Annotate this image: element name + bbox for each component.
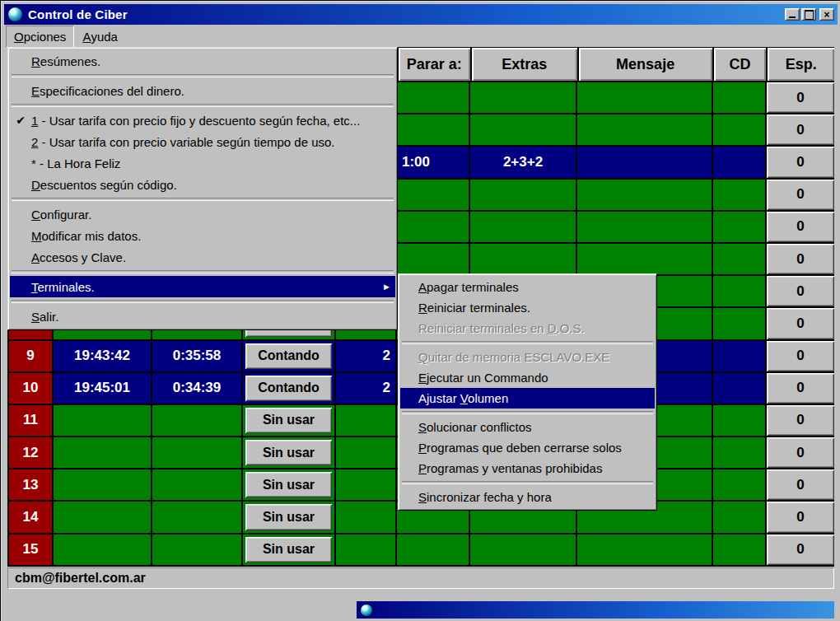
esp-button[interactable]: 0 xyxy=(767,373,834,404)
esp-button[interactable]: 0 xyxy=(767,180,834,210)
cd-cell xyxy=(713,405,767,436)
remaining-cell xyxy=(152,502,243,532)
menu-item-salir[interactable]: Salir. xyxy=(10,306,395,327)
status-button[interactable]: Sin usar xyxy=(245,504,332,530)
extras-cell xyxy=(470,244,577,274)
esp-cell: 0 xyxy=(767,244,834,274)
esp-cell: 0 xyxy=(767,437,834,468)
remaining-cell xyxy=(152,405,243,436)
status-cell: Sin usar xyxy=(243,535,336,565)
menu-item-programas-cerrarse[interactable]: Programas que deben cerrarse solos xyxy=(400,437,655,458)
window-controls: × xyxy=(785,8,834,21)
time-cell xyxy=(54,405,152,436)
esp-button[interactable]: 0 xyxy=(767,82,834,113)
esp-button[interactable]: 0 xyxy=(767,437,834,468)
menu-separator xyxy=(400,339,655,347)
menu-item-terminales[interactable]: Terminales. ► xyxy=(10,276,395,297)
cd-cell xyxy=(713,276,767,306)
esp-cell: 0 xyxy=(767,535,834,565)
menu-item-ajustar-volumen[interactable]: Ajustar Volumen xyxy=(400,388,655,409)
mensaje-cell xyxy=(577,114,713,145)
terminal-number: 14 xyxy=(9,502,54,532)
esp-button[interactable]: 0 xyxy=(767,212,834,242)
cd-cell xyxy=(713,308,767,339)
maximize-button[interactable] xyxy=(801,8,816,21)
parar-cell xyxy=(397,114,470,145)
minimized-window-bar[interactable] xyxy=(357,601,834,619)
menu-item-solucionar-conflictos[interactable]: Solucionar conflictos xyxy=(400,417,655,437)
esp-button[interactable]: 0 xyxy=(767,405,834,436)
close-button[interactable]: × xyxy=(819,8,834,21)
time-cell xyxy=(54,469,152,500)
esp-cell: 0 xyxy=(767,212,834,242)
esp-cell: 0 xyxy=(767,405,834,436)
parar-cell xyxy=(397,535,470,565)
status-button[interactable]: Sin usar xyxy=(245,472,332,497)
status-cell: Contando xyxy=(243,373,336,404)
status-button[interactable]: Contando xyxy=(245,376,332,401)
esp-button[interactable]: 0 xyxy=(767,341,834,371)
esp-button[interactable]: 0 xyxy=(767,502,834,532)
pay-cell xyxy=(336,469,397,500)
cd-cell xyxy=(713,180,767,210)
mensaje-cell xyxy=(577,244,713,274)
time-cell: 19:43:42 xyxy=(54,341,152,371)
menubar-item-ayuda[interactable]: Ayuda xyxy=(74,26,126,48)
status-cell: Sin usar xyxy=(243,469,336,500)
cd-cell xyxy=(713,212,767,242)
esp-button[interactable]: 0 xyxy=(767,308,834,339)
time-cell xyxy=(54,502,152,532)
menu-item-accesos-clave[interactable]: Accesos y Clave. xyxy=(10,246,395,268)
esp-cell: 0 xyxy=(767,502,834,532)
status-cell: Sin usar xyxy=(243,437,336,468)
menu-item-reiniciar-terminales[interactable]: Reiniciar terminales. xyxy=(400,297,655,318)
status-button[interactable]: Sin usar xyxy=(245,440,332,465)
menu-item-tarifa-fija[interactable]: ✔ 1 - Usar tarifa con precio fijo y desc… xyxy=(10,110,395,131)
esp-cell: 0 xyxy=(767,373,834,404)
esp-button[interactable]: 0 xyxy=(767,114,834,145)
parar-cell: 1:00 xyxy=(397,147,470,177)
menu-item-tarifa-variable[interactable]: 2 - Usar tarifa con precio variable segú… xyxy=(10,131,395,152)
status-button[interactable]: Sin usar xyxy=(245,408,332,433)
esp-button[interactable]: 0 xyxy=(767,147,834,177)
cd-cell xyxy=(713,114,767,145)
terminal-number: 13 xyxy=(9,469,54,500)
esp-button[interactable]: 0 xyxy=(767,535,834,565)
status-cell: Sin usar xyxy=(243,405,336,436)
menu-item-programas-prohibidas[interactable]: Programas y ventanas prohibidas xyxy=(400,458,655,479)
maximize-icon xyxy=(805,10,814,20)
menu-item-especificaciones[interactable]: Especificaciones del dinero. xyxy=(10,80,395,101)
menu-item-apagar-terminales[interactable]: Apagar terminales xyxy=(400,277,655,297)
menu-item-modificar-datos[interactable]: Modificar mis datos. xyxy=(10,225,395,246)
esp-button[interactable]: 0 xyxy=(767,469,834,500)
pay-cell xyxy=(336,437,397,468)
menu-item-ejecutar-comando[interactable]: Ejecutar un Commando xyxy=(400,367,655,388)
menu-item-reiniciar-dos: Reiniciar terminales en D.O.S. xyxy=(400,318,655,339)
status-button[interactable]: Sin usar xyxy=(245,537,332,563)
cd-cell xyxy=(713,535,767,565)
minimize-button[interactable] xyxy=(785,8,800,21)
cd-cell xyxy=(713,82,767,113)
remaining-cell xyxy=(152,469,243,500)
terminal-number: 15 xyxy=(9,535,54,565)
status-button[interactable]: Contando xyxy=(245,343,332,369)
esp-cell: 0 xyxy=(767,341,834,371)
header-mensaje: Mensaje xyxy=(579,48,714,81)
cd-cell xyxy=(713,147,767,177)
menu-item-resumenes[interactable]: Resúmenes. xyxy=(10,50,395,72)
esp-button[interactable]: 0 xyxy=(767,244,834,274)
esp-cell: 0 xyxy=(767,308,834,339)
menu-bar: Opciones Ayuda xyxy=(4,25,838,49)
cd-cell xyxy=(713,373,767,404)
table-row: 15 Sin usar 0 xyxy=(7,535,834,567)
menubar-item-opciones[interactable]: Opciones xyxy=(6,26,74,48)
menu-item-sincronizar[interactable]: Sincronizar fecha y hora xyxy=(400,487,655,507)
app-icon[interactable] xyxy=(7,7,23,22)
menu-item-configurar[interactable]: Configurar. xyxy=(10,203,395,225)
parar-cell xyxy=(397,212,470,242)
menu-item-descuentos[interactable]: Descuentos según código. xyxy=(10,174,395,195)
esp-button[interactable]: 0 xyxy=(767,276,834,306)
cd-cell xyxy=(713,437,767,468)
window-title: Control de Ciber xyxy=(28,7,128,21)
menu-item-hora-feliz[interactable]: * - La Hora Feliz xyxy=(10,152,395,174)
